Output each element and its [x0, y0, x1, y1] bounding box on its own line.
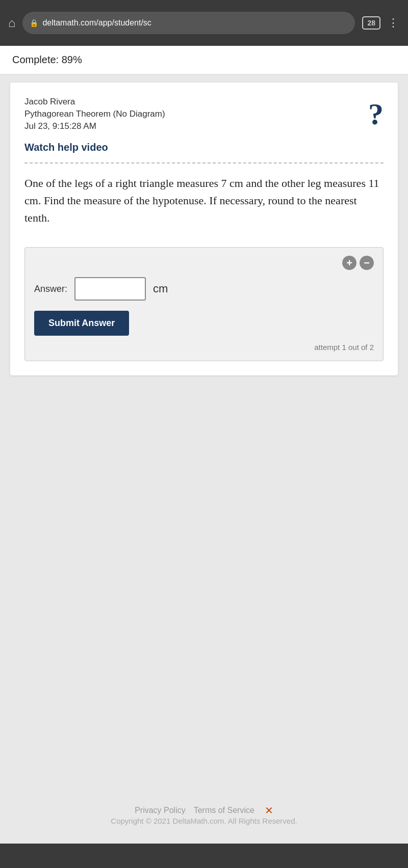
bottom-browser-bar [0, 844, 408, 868]
question-text: One of the legs of a right triangle meas… [24, 175, 384, 227]
section-divider [24, 162, 384, 164]
attempt-text: attempt 1 out of 2 [34, 343, 374, 351]
menu-icon[interactable]: ⋮ [388, 16, 400, 30]
close-footer-button[interactable]: ✕ [265, 804, 273, 817]
topic-label: Pythagorean Theorem (No Diagram) [24, 109, 165, 119]
watch-help-link[interactable]: Watch help video [24, 142, 384, 153]
question-card: Jacob Rivera Pythagorean Theorem (No Dia… [10, 83, 398, 375]
question-mark-icon: ? [368, 99, 384, 129]
zoom-out-button[interactable]: − [360, 256, 374, 270]
url-text: deltamath.com/app/student/sc [42, 18, 151, 28]
lock-icon: 🔒 [30, 19, 38, 27]
complete-bar: Complete: 89% [0, 46, 408, 74]
copyright-text: Copyright © 2021 DeltaMath.com. All Righ… [111, 817, 297, 825]
submit-answer-button[interactable]: Submit Answer [34, 311, 129, 336]
complete-text: Complete: 89% [12, 54, 82, 65]
answer-row: Answer: cm [34, 277, 374, 301]
tab-count[interactable]: 28 [362, 16, 380, 30]
zoom-controls: + − [34, 256, 374, 270]
answer-label: Answer: [34, 284, 67, 294]
privacy-policy-link[interactable]: Privacy Policy [135, 806, 186, 815]
home-icon[interactable]: ⌂ [8, 16, 15, 30]
address-bar[interactable]: 🔒 deltamath.com/app/student/sc [22, 12, 355, 34]
footer-links-row: Privacy Policy Terms of Service ✕ [135, 804, 273, 817]
terms-of-service-link[interactable]: Terms of Service [194, 806, 254, 815]
zoom-in-button[interactable]: + [342, 256, 356, 270]
footer: Privacy Policy Terms of Service ✕ Copyri… [111, 375, 297, 835]
answer-box: + − Answer: cm Submit Answer attempt 1 o… [24, 247, 384, 361]
main-content: Jacob Rivera Pythagorean Theorem (No Dia… [0, 74, 408, 844]
card-header: Jacob Rivera Pythagorean Theorem (No Dia… [24, 97, 384, 131]
student-name: Jacob Rivera [24, 97, 165, 107]
browser-chrome: ⌂ 🔒 deltamath.com/app/student/sc 28 ⋮ [0, 0, 408, 46]
answer-unit: cm [153, 282, 168, 295]
date-label: Jul 23, 9:15:28 AM [24, 121, 165, 131]
card-meta: Jacob Rivera Pythagorean Theorem (No Dia… [24, 97, 165, 131]
answer-input[interactable] [74, 277, 146, 301]
